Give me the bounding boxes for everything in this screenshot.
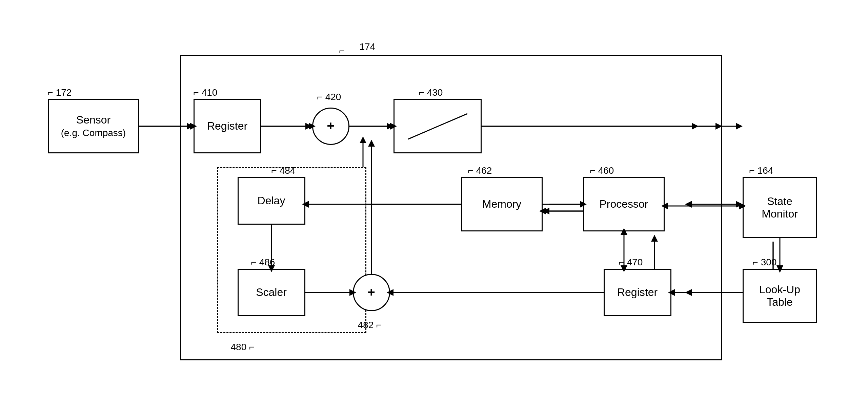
processor-460-block: Processor	[583, 177, 665, 231]
memory-462-block: Memory	[461, 177, 543, 231]
register-470-label: Register	[617, 286, 658, 299]
ref-486: ⌐ 486	[251, 257, 275, 268]
summer-482-label: +	[367, 285, 375, 300]
lookup-table-block: Look-UpTable	[743, 269, 817, 323]
ref-480: 480 ⌐	[231, 342, 255, 353]
register-410-block: Register	[194, 99, 261, 153]
scaler-486-block: Scaler	[238, 269, 305, 316]
memory-462-label: Memory	[482, 198, 522, 210]
diagram-container: 174 ⌐ Sensor(e.g. Compass) ⌐ 172 Registe…	[27, 21, 841, 394]
summer-420-label: +	[327, 119, 334, 133]
summer-482-block: +	[353, 274, 390, 311]
svg-marker-11	[736, 201, 743, 208]
ref-164: ⌐ 164	[749, 165, 773, 176]
sensor-label: Sensor(e.g. Compass)	[61, 114, 126, 139]
register-410-label: Register	[207, 120, 247, 132]
ref-430: ⌐ 430	[419, 87, 443, 98]
svg-marker-43	[736, 123, 743, 130]
ref-420: ⌐ 420	[317, 92, 341, 102]
ref-470: ⌐ 470	[619, 257, 643, 268]
delay-484-label: Delay	[258, 194, 285, 207]
lookup-table-label: Look-UpTable	[759, 283, 800, 308]
register-470-block: Register	[604, 269, 671, 316]
ref-484: ⌐ 484	[271, 165, 296, 176]
state-monitor-label: StateMonitor	[762, 195, 798, 220]
ref-172: ⌐ 172	[48, 87, 72, 98]
ref-462: ⌐ 462	[468, 165, 492, 176]
delay-484-block: Delay	[238, 177, 305, 225]
state-monitor-block: StateMonitor	[743, 177, 817, 238]
svg-line-35	[408, 114, 467, 139]
ref-410: ⌐ 410	[194, 87, 218, 98]
ref-174-tick: ⌐	[339, 45, 345, 56]
ref-482: 482 ⌐	[358, 320, 382, 331]
filter-icon	[395, 100, 481, 152]
sensor-block: Sensor(e.g. Compass)	[48, 99, 139, 153]
processor-460-label: Processor	[599, 198, 648, 210]
filter-430-block	[393, 99, 482, 153]
ref-460: ⌐ 460	[590, 165, 614, 176]
ref-174: 174	[360, 41, 376, 52]
summer-420-block: +	[312, 108, 349, 145]
ref-300: ⌐ 300	[753, 257, 777, 268]
scaler-486-label: Scaler	[256, 286, 287, 299]
